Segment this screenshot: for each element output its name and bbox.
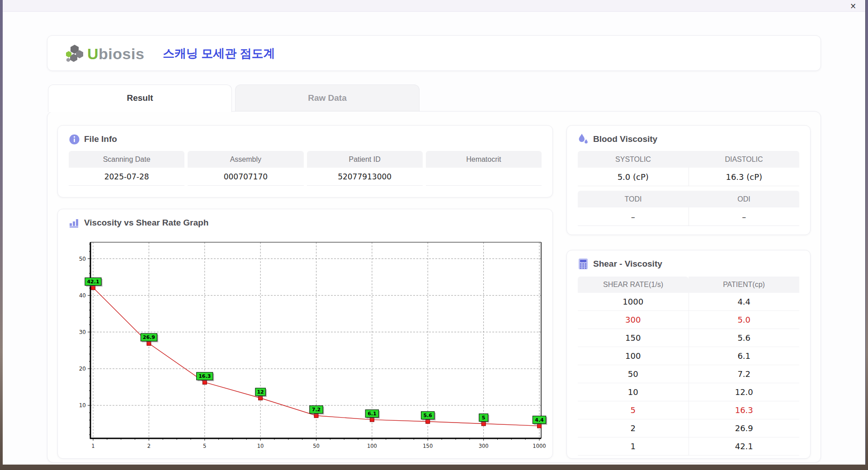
field-value: 2025-07-28 — [69, 168, 184, 186]
patient-cell: 7.2 — [689, 365, 800, 383]
shear-rate-cell: 300 — [578, 311, 689, 329]
header-card: Ubiosis 스캐닝 모세관 점도계 — [47, 35, 821, 71]
patient-cell: 6.1 — [689, 347, 800, 365]
field-hematocrit: Hematocrit — [426, 151, 542, 186]
svg-text:30: 30 — [79, 329, 86, 335]
shear-rate-cell: 5 — [578, 401, 689, 419]
blood-viscosity-card: Blood Viscosity SYSTOLIC DIASTOLIC 5.0 (… — [566, 125, 811, 235]
svg-text:40: 40 — [79, 292, 86, 299]
blood-drops-icon — [578, 134, 589, 145]
patient-column-header: PATIENT(cp) — [689, 277, 799, 293]
viscosity-shear-rate-chart: 10203040501251050100150300100042.126.916… — [58, 209, 553, 459]
field-label: Patient ID — [307, 151, 423, 168]
file-info-title: File Info — [84, 134, 117, 144]
table-row: 1012.0 — [578, 383, 799, 401]
window-titlebar: × — [3, 0, 865, 12]
viscosity-graph-card: Viscosity vs Shear Rate Graph 1020304050… — [57, 209, 553, 459]
patient-cell: 42.1 — [689, 437, 800, 456]
field-label: Assembly — [188, 151, 303, 168]
table-row: 226.9 — [578, 419, 799, 437]
field-value — [426, 168, 542, 186]
svg-text:5.6: 5.6 — [424, 413, 433, 418]
close-icon[interactable]: × — [848, 1, 858, 11]
patient-cell: 5.6 — [689, 329, 800, 347]
info-icon — [69, 134, 80, 145]
shear-rate-cell: 1000 — [578, 293, 689, 311]
app-subtitle: 스캐닝 모세관 점도계 — [163, 46, 275, 61]
tab-result[interactable]: Result — [48, 85, 232, 112]
systolic-label: SYSTOLIC — [578, 151, 689, 168]
shear-rate-cell: 100 — [578, 347, 689, 365]
field-value: 000707170 — [188, 168, 303, 186]
todi-label: TODI — [578, 191, 689, 207]
shear-rate-cell: 150 — [578, 329, 689, 347]
table-row: 516.3 — [578, 401, 799, 419]
table-row: 142.1 — [578, 437, 799, 456]
todi-value: – — [578, 207, 689, 226]
svg-text:5: 5 — [482, 415, 486, 421]
tab-raw-data[interactable]: Raw Data — [235, 85, 420, 112]
patient-cell: 12.0 — [689, 383, 800, 401]
field-label: Hematocrit — [426, 151, 542, 168]
svg-text:1: 1 — [91, 443, 94, 449]
diastolic-value: 16.3 (cP) — [689, 168, 800, 186]
shear-rate-cell: 2 — [578, 419, 689, 437]
field-patient-id: Patient ID 52077913000 — [307, 151, 423, 186]
svg-text:300: 300 — [479, 443, 489, 449]
systolic-value: 5.0 (cP) — [578, 168, 689, 186]
odi-label: ODI — [689, 191, 799, 207]
field-label: Scanning Date — [69, 151, 184, 168]
svg-text:1000: 1000 — [533, 443, 546, 449]
calculator-icon — [578, 258, 589, 269]
diastolic-label: DIASTOLIC — [689, 151, 799, 168]
table-row: 10004.4 — [578, 293, 799, 311]
svg-text:50: 50 — [313, 443, 320, 449]
shear-rate-cell: 1 — [578, 437, 689, 456]
svg-text:42.1: 42.1 — [87, 279, 99, 285]
shear-rate-column-header: SHEAR RATE(1/s) — [578, 277, 689, 293]
patient-cell: 4.4 — [689, 293, 800, 311]
odi-value: – — [689, 207, 800, 226]
field-scanning-date: Scanning Date 2025-07-28 — [69, 151, 184, 186]
field-value: 52077913000 — [307, 168, 423, 186]
logo-text: Ubiosis — [87, 45, 144, 63]
shear-viscosity-card: Shear - Viscosity SHEAR RATE(1/s) PATIEN… — [566, 250, 811, 459]
field-assembly: Assembly 000707170 — [188, 151, 303, 186]
patient-cell: 16.3 — [689, 401, 800, 419]
shear-rate-cell: 10 — [578, 383, 689, 401]
svg-text:12: 12 — [257, 389, 264, 395]
svg-text:50: 50 — [79, 256, 86, 262]
patient-cell: 5.0 — [689, 311, 800, 329]
file-info-card: File Info Scanning Date 2025-07-28 Assem… — [57, 125, 553, 197]
shear-rate-cell: 50 — [578, 365, 689, 383]
svg-text:7.2: 7.2 — [312, 407, 321, 413]
hexagon-cluster-logo-icon — [65, 44, 85, 64]
svg-text:10: 10 — [257, 443, 264, 449]
svg-text:10: 10 — [79, 402, 86, 409]
app-window: × Ubiosis 스캐닝 모세관 점도계 Result Raw Data Fi… — [3, 0, 866, 465]
table-row: 1006.1 — [578, 347, 799, 365]
svg-text:26.9: 26.9 — [143, 334, 155, 340]
svg-text:2: 2 — [147, 443, 151, 449]
svg-text:20: 20 — [79, 366, 86, 372]
svg-text:4.4: 4.4 — [535, 417, 544, 423]
patient-cell: 26.9 — [689, 419, 800, 437]
table-row: 3005.0 — [578, 311, 799, 329]
shear-viscosity-title: Shear - Viscosity — [593, 259, 662, 269]
svg-text:150: 150 — [423, 443, 433, 449]
svg-text:100: 100 — [367, 443, 377, 449]
svg-text:6.1: 6.1 — [368, 411, 377, 417]
blood-viscosity-title: Blood Viscosity — [593, 134, 657, 144]
table-row: 507.2 — [578, 365, 799, 383]
svg-text:16.3: 16.3 — [198, 373, 211, 379]
ubiosis-logo: Ubiosis — [65, 44, 144, 64]
table-row: 1505.6 — [578, 329, 799, 347]
svg-text:5: 5 — [203, 443, 206, 449]
